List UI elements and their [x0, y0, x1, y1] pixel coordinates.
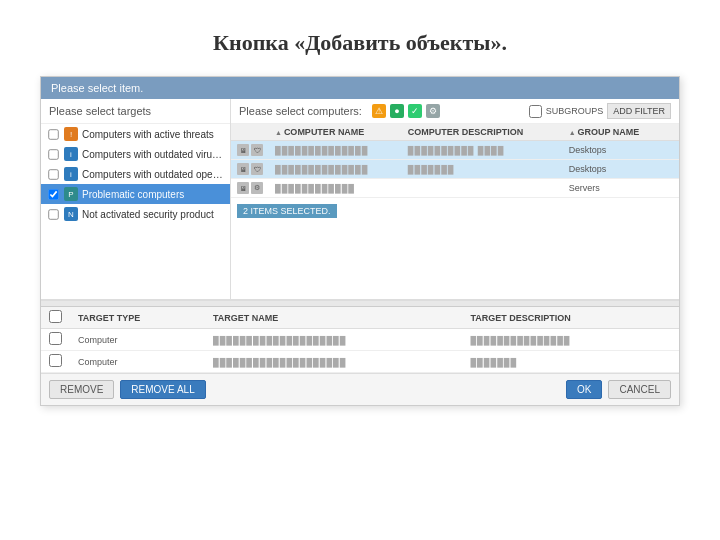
- targets-list: ! Computers with active threats i Comput…: [41, 124, 230, 224]
- bottom-row[interactable]: Computer ████████████████████ ███████: [41, 351, 679, 373]
- computer-desc-blurred: ███████: [408, 165, 455, 174]
- target-label: Computers with outdated virus s...: [82, 149, 224, 160]
- row-icons: 🖥 🛡: [237, 144, 263, 156]
- target-desc-blurred: ███████████████: [470, 336, 570, 345]
- target-checkbox[interactable]: [48, 169, 58, 179]
- target-checkbox[interactable]: [48, 189, 58, 199]
- target-item-selected[interactable]: P Problematic computers: [41, 184, 230, 204]
- monitor-icon: 🖥: [237, 182, 249, 194]
- subgroups-area: SUBGROUPS ADD FILTER: [529, 103, 671, 119]
- bottom-col-desc[interactable]: TARGET DESCRIPTION: [462, 307, 663, 329]
- filter-gear-icon[interactable]: ⚙: [426, 104, 440, 118]
- sort-icon: ▲: [275, 129, 284, 136]
- subgroups-label: SUBGROUPS: [546, 106, 604, 116]
- dialog-wrapper: Please select item. Please select target…: [40, 76, 680, 406]
- bottom-select-all[interactable]: [49, 310, 62, 323]
- computers-panel: Please select computers: ⚠ ● ✓ ⚙ SUBGROU…: [231, 99, 679, 299]
- computer-name-blurred: ██████████████: [275, 146, 368, 155]
- bottom-col-type[interactable]: TARGET TYPE: [70, 307, 205, 329]
- computer-row[interactable]: 🖥 🛡 ██████████████ ███████ Desktops: [231, 160, 679, 179]
- row-icons: 🖥 🛡: [237, 163, 263, 175]
- col-group-name[interactable]: ▲ GROUP NAME: [563, 124, 667, 141]
- target-item[interactable]: ! Computers with active threats: [41, 124, 230, 144]
- computer-row[interactable]: 🖥 ⚙ ████████████ Servers: [231, 179, 679, 198]
- target-label: Computers with active threats: [82, 129, 214, 140]
- extra-col: [663, 329, 679, 351]
- group-name: Servers: [563, 179, 667, 198]
- bottom-row-checkbox[interactable]: [49, 354, 62, 367]
- target-label: Computers with outdated operat...: [82, 169, 224, 180]
- computer-row[interactable]: 🖥 🛡 ██████████████ ██████████ ████ Deskt…: [231, 141, 679, 160]
- computers-panel-title: Please select computers:: [239, 105, 362, 117]
- extra-col: [667, 141, 679, 160]
- target-icon-info2: i: [64, 167, 78, 181]
- dialog-header: Please select item.: [41, 77, 679, 99]
- target-desc-blurred: ███████: [470, 358, 517, 367]
- sort-icon2: ▲: [569, 129, 578, 136]
- target-item[interactable]: N Not activated security product: [41, 204, 230, 224]
- computer-name-blurred: ████████████: [275, 184, 355, 193]
- computers-panel-header: Please select computers: ⚠ ● ✓ ⚙ SUBGROU…: [231, 99, 679, 124]
- target-icon-problematic: P: [64, 187, 78, 201]
- target-icon-info: i: [64, 147, 78, 161]
- bottom-row-checkbox[interactable]: [49, 332, 62, 345]
- target-name-blurred: ████████████████████: [213, 358, 346, 367]
- target-type: Computer: [70, 351, 205, 373]
- targets-panel: Please select targets ! Computers with a…: [41, 99, 231, 299]
- target-checkbox[interactable]: [48, 129, 58, 139]
- add-filter-button[interactable]: ADD FILTER: [607, 103, 671, 119]
- col-computer-name[interactable]: ▲ COMPUTER NAME: [269, 124, 402, 141]
- extra-col: [667, 160, 679, 179]
- subgroups-checkbox[interactable]: [529, 105, 542, 118]
- target-label: Problematic computers: [82, 189, 184, 200]
- remove-button[interactable]: REMOVE: [49, 380, 114, 399]
- group-name: Desktops: [563, 141, 667, 160]
- computers-table: ▲ COMPUTER NAME COMPUTER DESCRIPTION ▲ G…: [231, 124, 679, 198]
- filter-ok-icon[interactable]: ●: [390, 104, 404, 118]
- dialog-body: Please select targets ! Computers with a…: [41, 99, 679, 405]
- computer-name-blurred: ██████████████: [275, 165, 368, 174]
- shield-icon: 🛡: [251, 144, 263, 156]
- target-icon-security: N: [64, 207, 78, 221]
- filter-warning-icon[interactable]: ⚠: [372, 104, 386, 118]
- computer-desc-blurred: ██████████ ████: [408, 146, 505, 155]
- cancel-button[interactable]: CANCEL: [608, 380, 671, 399]
- group-name: Desktops: [563, 160, 667, 179]
- col-extra: [667, 124, 679, 141]
- footer-buttons: REMOVE REMOVE ALL OK CANCEL: [41, 373, 679, 405]
- target-name-blurred: ████████████████████: [213, 336, 346, 345]
- col-computer-desc[interactable]: COMPUTER DESCRIPTION: [402, 124, 563, 141]
- filter-check-icon[interactable]: ✓: [408, 104, 422, 118]
- selected-badge: 2 ITEMS SELECTED.: [237, 204, 337, 218]
- shield-icon: 🛡: [251, 163, 263, 175]
- monitor-icon: 🖥: [237, 144, 249, 156]
- target-type: Computer: [70, 329, 205, 351]
- selected-badge-area: 2 ITEMS SELECTED.: [231, 198, 679, 222]
- bottom-col-check: [41, 307, 70, 329]
- col-check: [231, 124, 269, 141]
- ok-button[interactable]: OK: [566, 380, 602, 399]
- monitor-icon: 🖥: [237, 163, 249, 175]
- target-icon-warning: !: [64, 127, 78, 141]
- row-icons: 🖥 ⚙: [237, 182, 263, 194]
- target-item[interactable]: i Computers with outdated virus s...: [41, 144, 230, 164]
- bottom-row[interactable]: Computer ████████████████████ ██████████…: [41, 329, 679, 351]
- bottom-section: TARGET TYPE TARGET NAME TARGET DESCRIPTI…: [41, 306, 679, 373]
- bottom-table: TARGET TYPE TARGET NAME TARGET DESCRIPTI…: [41, 307, 679, 373]
- targets-panel-title: Please select targets: [41, 99, 230, 124]
- extra-col: [663, 351, 679, 373]
- extra-col: [667, 179, 679, 198]
- target-checkbox[interactable]: [48, 149, 58, 159]
- bottom-col-extra: [663, 307, 679, 329]
- dialog-top-row: Please select targets ! Computers with a…: [41, 99, 679, 300]
- shield-icon: ⚙: [251, 182, 263, 194]
- page-title: Кнопка «Добавить объекты».: [213, 30, 507, 56]
- target-item[interactable]: i Computers with outdated operat...: [41, 164, 230, 184]
- target-label: Not activated security product: [82, 209, 214, 220]
- target-checkbox[interactable]: [48, 209, 58, 219]
- dialog-header-text: Please select item.: [51, 82, 143, 94]
- remove-all-button[interactable]: REMOVE ALL: [120, 380, 205, 399]
- bottom-col-name[interactable]: TARGET NAME: [205, 307, 462, 329]
